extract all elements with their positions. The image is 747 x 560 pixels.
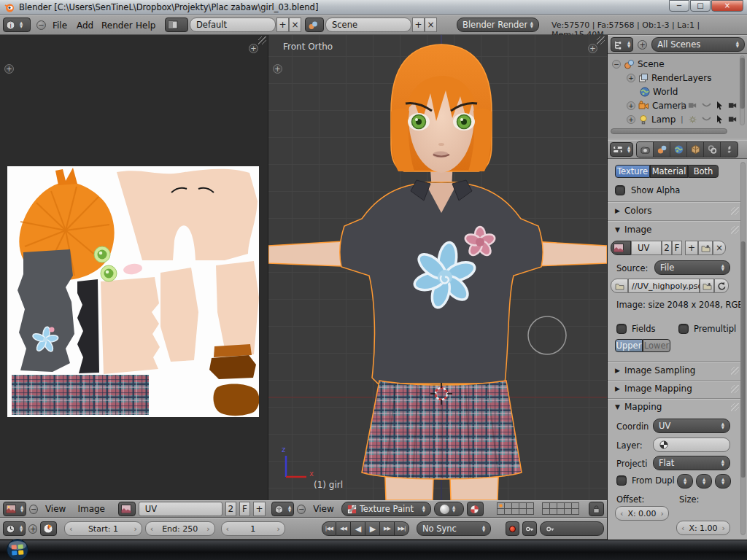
outliner-item-camera[interactable]: + Camera [627, 98, 686, 112]
menu-add[interactable]: Add [72, 16, 98, 35]
filepath-field[interactable]: //UV_highpoly.psd [628, 279, 700, 293]
expand-menus-icon[interactable]: + [28, 524, 37, 534]
screen-layout-name-field[interactable]: Default [190, 18, 276, 32]
renderability-camera-icon[interactable] [728, 115, 738, 123]
image-name-field[interactable]: UV [139, 502, 222, 516]
tab-render[interactable] [637, 142, 654, 157]
play-reverse-button[interactable]: ◀ [351, 521, 365, 536]
image-browse-button[interactable] [611, 241, 631, 255]
uv-image-editor[interactable]: + + [0, 35, 268, 500]
renderability-camera-icon[interactable] [728, 101, 738, 109]
selectable-cursor-icon[interactable] [716, 114, 724, 124]
frame-end-field[interactable]: End: 250 [145, 521, 215, 536]
render-engine-dropdown[interactable]: Blender Render [457, 18, 539, 32]
scene-browse-button[interactable] [305, 18, 324, 32]
image-users-button[interactable]: 2 [225, 502, 236, 516]
outliner-vertical-scrollbar[interactable] [740, 55, 745, 125]
jump-to-start-button[interactable]: |◀◀ [322, 521, 336, 536]
outliner-item-scene[interactable]: − Scene [612, 57, 665, 71]
pack-image-button[interactable] [700, 279, 714, 293]
pivot-texture-button[interactable] [467, 502, 484, 516]
menu-view[interactable]: View [309, 501, 338, 517]
auto-keyframe-button[interactable] [506, 521, 519, 536]
tab-modifiers[interactable] [721, 142, 738, 157]
outliner-item-world[interactable]: World [640, 85, 678, 98]
play-button[interactable]: ▶ [365, 521, 380, 536]
menu-file[interactable]: File [48, 16, 71, 35]
expand-toggle-icon[interactable]: − [612, 60, 621, 69]
axis-z-selector[interactable] [715, 474, 731, 489]
maximize-button[interactable]: □ [690, 0, 711, 12]
region-expand-icon[interactable]: + [249, 44, 258, 53]
tab-material[interactable]: Material [650, 165, 688, 178]
panel-image-mapping[interactable]: ▶ Image Mapping [615, 384, 739, 394]
field-upper-button[interactable]: Upper [615, 339, 643, 352]
open-image-button[interactable] [698, 241, 713, 255]
delete-layout-button[interactable]: × [289, 18, 301, 32]
tab-constraints[interactable] [704, 142, 721, 157]
panel-drag-grip[interactable] [731, 403, 739, 411]
axis-y-selector[interactable] [696, 474, 712, 489]
file-browse-button[interactable] [611, 279, 628, 293]
current-frame-field[interactable]: 1 [221, 521, 285, 536]
offset-x-field[interactable]: X: 0.00 [615, 506, 669, 521]
visibility-eye-icon[interactable] [702, 117, 711, 122]
editor-type-selector[interactable] [611, 37, 633, 52]
fields-checkbox[interactable] [616, 324, 627, 334]
mode-dropdown[interactable]: Texture Paint [341, 502, 431, 516]
image-name-field[interactable]: UV [631, 241, 662, 255]
new-image-button[interactable]: + [253, 502, 266, 516]
add-scene-button[interactable]: + [412, 18, 425, 32]
editor-type-selector[interactable]: i [3, 18, 31, 32]
tab-both[interactable]: Both [688, 165, 719, 178]
collapse-menus-icon[interactable]: − [297, 505, 306, 514]
camera-data-icon[interactable] [688, 101, 697, 109]
unlink-image-button[interactable]: × [713, 241, 726, 255]
tab-scene[interactable] [654, 142, 670, 157]
expand-toggle-icon[interactable]: + [627, 115, 635, 124]
fake-user-button[interactable]: F [239, 502, 250, 516]
selectable-cursor-icon[interactable] [716, 101, 724, 110]
sync-dropdown[interactable]: No Sync [417, 521, 491, 536]
screen-layout-browse-button[interactable] [165, 18, 188, 32]
outliner-horizontal-scrollbar[interactable] [611, 128, 727, 134]
region-expand-icon[interactable]: + [4, 64, 14, 74]
from-dupli-checkbox[interactable] [616, 475, 627, 486]
size-x-field[interactable]: X: 1.00 [676, 521, 730, 535]
panel-drag-grip[interactable] [731, 226, 739, 234]
editor-type-selector[interactable] [3, 502, 26, 516]
coordinates-dropdown[interactable]: UV [653, 419, 730, 433]
collapse-menus-icon[interactable]: − [29, 505, 38, 514]
menu-view[interactable]: View [41, 501, 70, 517]
panel-image-sampling[interactable]: ▶ Image Sampling [615, 365, 739, 376]
expand-toggle-icon[interactable]: + [627, 101, 635, 110]
field-lower-button[interactable]: Lower [643, 339, 670, 352]
panel-mapping[interactable]: ▼ Mapping [615, 402, 739, 412]
frame-start-field[interactable]: Start: 1 [64, 521, 142, 536]
keying-set-button[interactable] [522, 521, 537, 536]
close-button[interactable]: × [711, 0, 743, 12]
axis-x-selector[interactable] [677, 474, 693, 489]
next-keyframe-button[interactable]: ▶▶ [380, 521, 395, 536]
add-layout-button[interactable]: + [276, 18, 289, 32]
previous-keyframe-button[interactable]: ◀◀ [336, 521, 351, 536]
panel-image[interactable]: ▼ Image [615, 225, 739, 235]
start-button[interactable] [6, 538, 29, 560]
panel-drag-grip[interactable] [731, 207, 739, 215]
uv-layer-field[interactable] [653, 438, 730, 452]
corner-grip[interactable] [258, 36, 266, 44]
uv-texture-image[interactable] [7, 166, 259, 417]
viewport-shading-dropdown[interactable] [434, 502, 464, 516]
outliner-filter-dropdown[interactable]: All Scenes [651, 37, 745, 52]
menu-image[interactable]: Image [73, 501, 109, 517]
jump-to-end-button[interactable]: ▶▶| [395, 521, 409, 536]
panel-colors[interactable]: ▶ Colors [615, 206, 739, 216]
image-users-button[interactable]: 2 [662, 241, 672, 255]
editor-type-selector[interactable] [271, 502, 294, 516]
editor-type-selector[interactable] [610, 142, 633, 157]
collapse-menus-icon[interactable]: − [36, 20, 46, 30]
active-keying-set-field[interactable] [540, 521, 604, 536]
tab-world[interactable] [670, 142, 687, 157]
reload-image-button[interactable] [714, 279, 729, 293]
lock-camera-button[interactable] [589, 502, 604, 516]
